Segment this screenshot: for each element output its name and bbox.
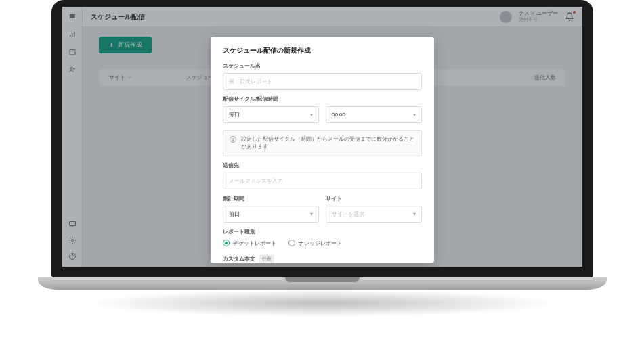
create-schedule-modal: スケジュール配信の新規作成 スケジュール名 例：日次レポート 配信サイクル/配信… xyxy=(211,37,434,263)
laptop-base xyxy=(38,277,607,290)
schedule-name-input[interactable]: 例：日次レポート xyxy=(223,73,422,90)
chevron-down-icon: ▾ xyxy=(310,112,313,118)
report-type-label: レポート種別 xyxy=(223,228,422,235)
info-icon: i xyxy=(230,136,236,143)
cycle-select[interactable]: 毎日 ▾ xyxy=(223,106,319,123)
site-label: サイト xyxy=(326,195,422,202)
info-box: i 設定した配信サイクル（時間）からメールの受信までに数分かかることがあります xyxy=(223,130,422,156)
site-select[interactable]: サイトを選択 ▾ xyxy=(326,206,422,223)
radio-ticket-report[interactable]: チケットレポート xyxy=(223,240,276,247)
screen-bezel: スケジュール配信 テスト ユーザー 受付不可 新規 xyxy=(51,0,593,277)
laptop-shadow xyxy=(85,290,559,317)
custom-body-label: カスタム本文 xyxy=(223,255,255,263)
time-select[interactable]: 00:00 ▾ xyxy=(326,106,422,123)
recipients-input[interactable]: メールアドレスを入力 xyxy=(223,173,422,189)
modal-title: スケジュール配信の新規作成 xyxy=(223,46,422,55)
chevron-down-icon: ▾ xyxy=(413,211,416,217)
period-select[interactable]: 前日 ▾ xyxy=(223,206,319,223)
app-screen: スケジュール配信 テスト ユーザー 受付不可 新規 xyxy=(62,7,582,267)
chevron-down-icon: ▾ xyxy=(413,112,416,118)
optional-badge: 任意 xyxy=(259,255,274,263)
radio-knowledge-report[interactable]: ナレッジレポート xyxy=(288,240,342,247)
chevron-down-icon: ▾ xyxy=(310,211,313,217)
period-label: 集計期間 xyxy=(223,195,319,202)
cycle-label: 配信サイクル/配信時間 xyxy=(223,95,422,103)
schedule-name-label: スケジュール名 xyxy=(223,62,422,70)
recipients-label: 送信先 xyxy=(223,162,422,169)
laptop-frame: スケジュール配信 テスト ユーザー 受付不可 新規 xyxy=(51,0,593,294)
info-text: 設定した配信サイクル（時間）からメールの受信までに数分かかることがあります xyxy=(241,135,415,151)
